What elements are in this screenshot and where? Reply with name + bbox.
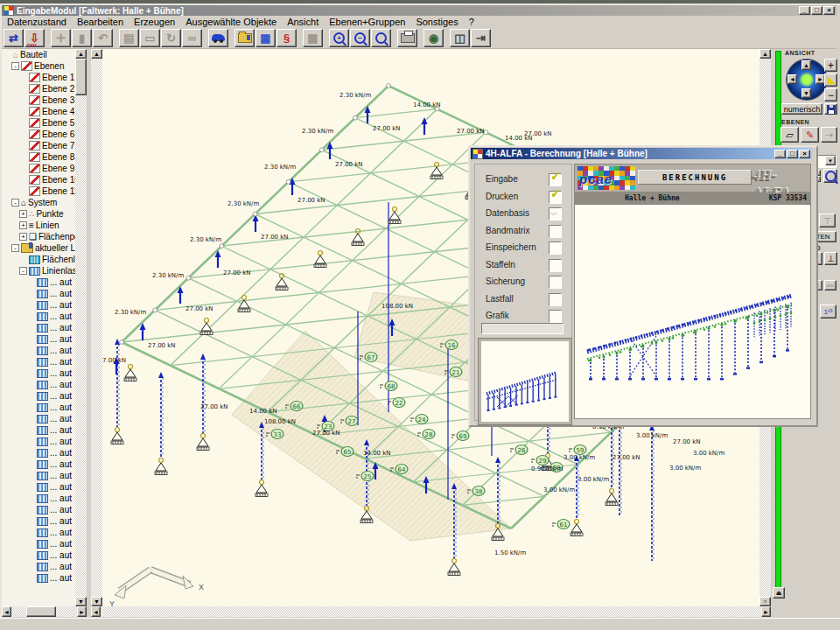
expand-toggle-icon[interactable]: +: [19, 221, 27, 229]
checkbox-bandmatrix[interactable]: [549, 225, 562, 238]
tree-scroll-up-icon[interactable]: ▲: [75, 49, 87, 59]
expand-toggle-icon[interactable]: -: [11, 244, 19, 252]
tree-item--aut[interactable]: ... aut: [2, 356, 75, 368]
tree-item--aut[interactable]: ... aut: [2, 504, 75, 515]
perspective-button[interactable]: [824, 74, 837, 87]
tree-item-system[interactable]: -⌂System: [2, 197, 75, 208]
measure-button[interactable]: ▦: [256, 29, 276, 47]
tree-item--aut[interactable]: ... aut: [2, 527, 75, 538]
canvas-right-up-icon[interactable]: ▲: [760, 49, 771, 59]
tree-vscrollbar[interactable]: ▲ ▼: [75, 49, 87, 606]
maximize-button[interactable]: □: [787, 150, 798, 158]
zoom-in-button[interactable]: +: [329, 29, 349, 47]
folie-zoom-button[interactable]: [823, 169, 837, 183]
menu-bearbeiten[interactable]: Bearbeiten: [72, 17, 129, 27]
plane-select-button[interactable]: ▱: [780, 127, 799, 143]
canvas-left-vscrollbar[interactable]: ▲ ▼: [91, 49, 102, 606]
data-exchange-button[interactable]: ⇄: [4, 29, 24, 47]
checkbox-drucken[interactable]: ✓: [549, 191, 562, 204]
plane-link-button[interactable]: ⇢: [821, 127, 837, 143]
tree-item-flächenpo[interactable]: +❏Flächenpo: [2, 231, 75, 242]
tree-item--aut[interactable]: ... aut: [2, 299, 75, 311]
canvas-scroll-up-icon[interactable]: ▲: [91, 49, 102, 59]
tree-item--aut[interactable]: ... aut: [2, 493, 75, 504]
rotate-up-icon[interactable]: ▲: [802, 60, 811, 70]
tree-hscroll-right-icon[interactable]: ►: [77, 606, 87, 617]
pin-button[interactable]: ✛: [51, 29, 71, 47]
tree-item-aktueller-last[interactable]: -aktueller Last: [2, 242, 75, 254]
tree-item-flächenla[interactable]: Flächenla: [2, 254, 75, 265]
zoom-plus-button[interactable]: +: [824, 59, 837, 72]
checkbox-grafik[interactable]: [549, 310, 562, 323]
view-compass[interactable]: ▲ ▼ ◄ ►: [786, 59, 828, 101]
close-button[interactable]: ×: [823, 6, 835, 15]
zoom-out-button[interactable]: −: [350, 29, 370, 47]
tree-scroll-track[interactable]: [75, 59, 87, 597]
tree-item--aut[interactable]: ... aut: [2, 447, 75, 458]
tree-item--aut[interactable]: ... aut: [2, 368, 75, 379]
frag-b-button[interactable]: abc: [824, 280, 836, 290]
checkbox-staffeln[interactable]: [549, 259, 562, 272]
maximize-button[interactable]: □: [811, 6, 822, 15]
tree-item--aut[interactable]: ... aut: [2, 481, 75, 493]
save-view-button[interactable]: [824, 103, 837, 115]
tree-item-ebene-6[interactable]: Ebene 6: [2, 129, 75, 140]
expand-toggle-icon[interactable]: -: [11, 62, 19, 70]
tree-item--aut[interactable]: ... aut: [2, 572, 75, 584]
tree-item-ebene-11[interactable]: Ebene 11: [2, 186, 75, 197]
tree-item-linien[interactable]: +≡Linien: [2, 220, 75, 231]
canvas-hscroll-track[interactable]: [101, 606, 761, 617]
minimize-button[interactable]: _: [774, 150, 786, 158]
delete-button[interactable]: ▮: [72, 29, 92, 47]
tree-item--aut[interactable]: ... aut: [2, 311, 75, 322]
print-button[interactable]: [397, 29, 417, 47]
checkbox-sicherung[interactable]: [549, 276, 562, 289]
car-button[interactable]: [208, 29, 228, 47]
tree-item-linienlast[interactable]: -Linienlast: [2, 265, 75, 276]
rotate-left-icon[interactable]: ◄: [788, 74, 797, 84]
text-tool-button[interactable]: ⊤: [819, 214, 836, 228]
tree-item-ebene-8-a[interactable]: Ebene 8 A: [2, 151, 75, 163]
tree-hscroll-left-icon[interactable]: ◄: [2, 606, 11, 617]
tree-item--aut[interactable]: ... aut: [2, 379, 75, 390]
canvas-left-track[interactable]: [91, 59, 102, 597]
tree-item--aut[interactable]: ... aut: [2, 413, 75, 424]
view-options-button[interactable]: ◉: [424, 29, 444, 47]
close-button[interactable]: ×: [799, 150, 810, 158]
checkbox-einspeichern[interactable]: [549, 242, 562, 255]
tree-item--aut[interactable]: ... aut: [2, 424, 75, 436]
tree-item--aut[interactable]: ... aut: [2, 561, 75, 572]
tree-item-ebene-5[interactable]: Ebene 5: [2, 117, 75, 129]
stamp-tool-button[interactable]: ⊥: [824, 252, 837, 265]
ruler-button[interactable]: ▭: [140, 29, 160, 47]
zoom-window-button[interactable]: [371, 29, 391, 47]
plane-edit-button[interactable]: ✎: [801, 127, 819, 143]
tree-item-ebene-9[interactable]: Ebene 9: [2, 163, 75, 174]
tree-item--aut[interactable]: ... aut: [2, 322, 75, 333]
tree-item-ebene-3[interactable]: Ebene 3: [2, 94, 75, 106]
tree-item--aut[interactable]: ... aut: [2, 538, 75, 550]
tree-item--aut[interactable]: ... aut: [2, 458, 75, 470]
menu-sonstiges[interactable]: Sonstiges: [410, 17, 463, 27]
tree-item--aut[interactable]: ... aut: [2, 276, 75, 288]
rotate-down-icon[interactable]: ▼: [802, 88, 811, 98]
tree-item--aut[interactable]: ... aut: [2, 436, 75, 447]
grid-button[interactable]: ▦: [303, 29, 323, 47]
tree-scroll-thumb[interactable]: [75, 59, 87, 95]
canvas-hscroll-left-icon[interactable]: ◄: [91, 606, 101, 617]
undo-button[interactable]: ↶: [93, 29, 113, 47]
connect-button[interactable]: ∞: [182, 29, 202, 47]
exit-button[interactable]: ⇥: [471, 29, 491, 47]
dialog-titlebar[interactable]: 4H-ALFA - Berechnung [Halle + Bühne] _□×: [471, 148, 812, 159]
tree-item-ebene-4-a[interactable]: Ebene 4 A: [2, 106, 75, 117]
tree-item--aut[interactable]: ... aut: [2, 390, 75, 402]
strip-eject-button[interactable]: ⏏: [773, 587, 785, 598]
menu--[interactable]: ?: [464, 17, 480, 27]
canvas-right-down-icon[interactable]: ▼: [760, 597, 771, 606]
tree-item-ebene-1-a[interactable]: Ebene 1 A: [2, 72, 75, 83]
expand-toggle-icon[interactable]: +: [19, 210, 27, 218]
manual-button[interactable]: ◫: [450, 29, 470, 47]
tree-item--aut[interactable]: ... aut: [2, 333, 75, 345]
expand-toggle-icon[interactable]: -: [11, 199, 19, 206]
tree-item--aut[interactable]: ... aut: [2, 515, 75, 527]
